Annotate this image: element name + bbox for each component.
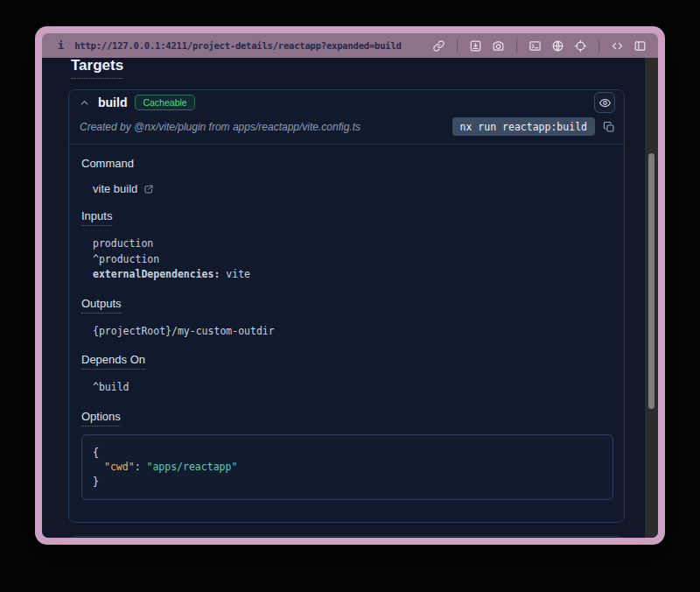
- scrollbar-track[interactable]: [645, 58, 658, 538]
- camera-icon[interactable]: [491, 39, 506, 53]
- command-value-row: vite build: [93, 182, 613, 195]
- outputs-list: {projectRoot}/my-custom-outdir: [93, 324, 613, 340]
- crosshair-icon[interactable]: [573, 39, 588, 53]
- input-item: production: [93, 236, 613, 252]
- link-icon[interactable]: [431, 39, 446, 53]
- page-content: Targets build Cacheable Created by @nx/v…: [42, 58, 658, 538]
- target-name: build: [98, 95, 127, 109]
- external-link-icon[interactable]: [144, 184, 154, 194]
- output-item: {projectRoot}/my-custom-outdir: [93, 324, 613, 340]
- download-icon[interactable]: [468, 39, 483, 53]
- json-line: }: [93, 475, 602, 490]
- run-command-chip: nx run reactapp:build: [452, 117, 595, 136]
- build-card-header[interactable]: build Cacheable: [69, 90, 624, 115]
- json-line: "cwd": "apps/reactapp": [93, 460, 602, 475]
- input-value: vite: [226, 268, 250, 280]
- outputs-heading[interactable]: Outputs: [81, 297, 613, 314]
- json-key: "cwd": [104, 461, 135, 473]
- app-window: i http://127.0.0.1:4211/project-details/…: [35, 26, 665, 545]
- toolbar-separator: [516, 39, 517, 53]
- chevron-up-icon[interactable]: [79, 97, 90, 109]
- created-by-text: Created by @nx/vite/plugin from apps/rea…: [80, 121, 360, 133]
- input-item: externalDependencies: vite: [93, 267, 613, 283]
- address-bar[interactable]: http://127.0.0.1:4211/project-details/re…: [74, 40, 401, 51]
- depends-on-list: ^build: [93, 380, 613, 396]
- json-value: "apps/reactapp": [146, 461, 237, 473]
- depends-on-heading[interactable]: Depends On: [81, 353, 613, 370]
- browser-toolbar: i http://127.0.0.1:4211/project-details/…: [42, 33, 658, 58]
- command-value: vite build: [93, 182, 137, 195]
- json-line: {: [93, 446, 602, 461]
- json-separator: :: [135, 461, 147, 473]
- input-item: ^production: [93, 252, 613, 268]
- terminal-icon[interactable]: [528, 39, 542, 53]
- scrollbar-thumb[interactable]: [648, 153, 654, 409]
- depends-on-item: ^build: [93, 380, 613, 396]
- copy-icon[interactable]: [603, 121, 615, 133]
- toolbar-separator: [598, 39, 599, 53]
- target-card-build: build Cacheable Created by @nx/vite/plug…: [68, 89, 625, 523]
- build-card-body: Command vite build Inputs production ^pr…: [69, 144, 624, 522]
- toolbar-actions: [431, 39, 648, 53]
- options-json-block: { "cwd": "apps/reactapp" }: [81, 434, 613, 501]
- inputs-list: production ^production externalDependenc…: [93, 236, 613, 283]
- sidebar-icon[interactable]: [633, 39, 648, 53]
- cacheable-badge: Cacheable: [135, 95, 194, 110]
- info-icon[interactable]: i: [58, 39, 64, 52]
- eye-icon: [598, 96, 612, 109]
- input-key: externalDependencies:: [93, 268, 220, 280]
- view-in-graph-button[interactable]: [594, 92, 615, 113]
- code-icon[interactable]: [610, 39, 625, 53]
- globe-icon[interactable]: [550, 39, 565, 53]
- serve-card-header[interactable]: serve vite serve: [69, 537, 624, 538]
- command-heading: Command: [81, 157, 613, 170]
- toolbar-separator: [457, 39, 458, 53]
- created-by-row: Created by @nx/vite/plugin from apps/rea…: [69, 115, 624, 144]
- inputs-heading[interactable]: Inputs: [81, 209, 613, 226]
- scroll-pane: Targets build Cacheable Created by @nx/v…: [42, 58, 645, 538]
- targets-heading[interactable]: Targets: [71, 58, 123, 79]
- options-heading[interactable]: Options: [81, 410, 613, 426]
- target-card-serve: serve vite serve: [68, 536, 625, 538]
